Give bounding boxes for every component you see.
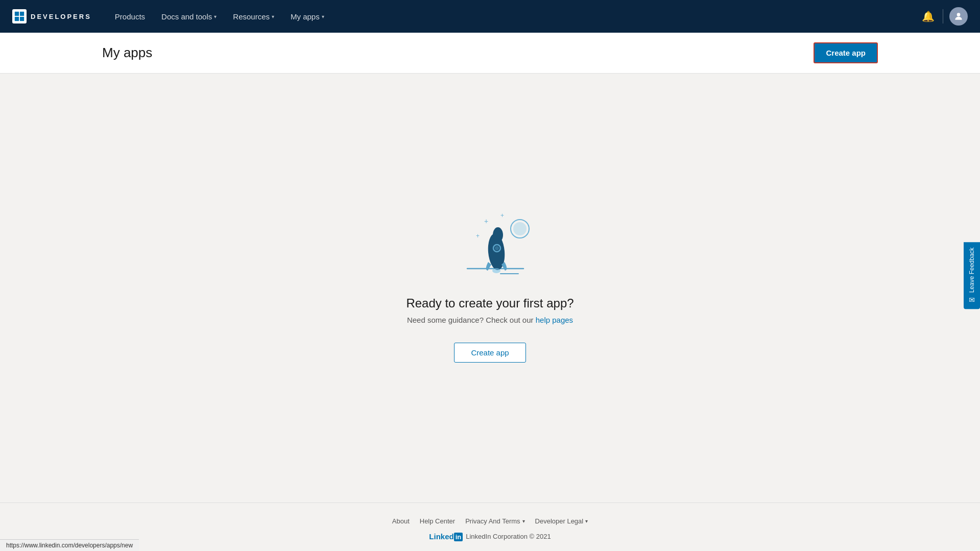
footer-brand: Linkedin LinkedIn Corporation © 2021 xyxy=(10,532,970,541)
nav-my-apps[interactable]: My apps ▾ xyxy=(283,8,331,25)
footer-copyright: LinkedIn Corporation © 2021 xyxy=(466,533,551,540)
svg-point-16 xyxy=(495,246,499,250)
status-bar: https://www.linkedin.com/developers/apps… xyxy=(0,539,139,551)
linkedin-footer-logo: Linkedin xyxy=(429,532,463,541)
footer-developer-legal-link[interactable]: Developer Legal ▾ xyxy=(535,517,588,525)
brand-logo[interactable]: DEVELOPERS xyxy=(12,9,91,23)
svg-text:+: + xyxy=(500,213,504,219)
footer-privacy-terms-link[interactable]: Privacy And Terms ▾ xyxy=(465,517,524,525)
footer-help-center-link[interactable]: Help Center xyxy=(420,517,455,525)
footer: About Help Center Privacy And Terms ▾ De… xyxy=(0,502,980,551)
linkedin-logo-icon xyxy=(12,9,27,23)
help-pages-link[interactable]: help pages xyxy=(536,316,573,324)
notification-bell-icon[interactable]: 🔔 xyxy=(920,8,937,25)
chevron-down-icon: ▾ xyxy=(214,14,217,19)
svg-rect-0 xyxy=(15,12,19,16)
footer-about-link[interactable]: About xyxy=(392,517,410,525)
nav-items: Products Docs and tools ▾ Resources ▾ My… xyxy=(108,8,920,25)
svg-point-14 xyxy=(493,227,503,243)
nav-resources[interactable]: Resources ▾ xyxy=(226,8,281,25)
svg-rect-1 xyxy=(20,12,24,16)
chevron-down-icon: ▾ xyxy=(522,518,525,524)
brand-text: DEVELOPERS xyxy=(31,13,91,20)
footer-links: About Help Center Privacy And Terms ▾ De… xyxy=(10,517,970,525)
svg-point-9 xyxy=(513,222,527,235)
svg-point-17 xyxy=(492,268,500,273)
center-content: Ready to create your first app? Need som… xyxy=(406,296,573,324)
chevron-down-icon: ▾ xyxy=(322,14,324,19)
feedback-tab[interactable]: ✉ Leave Feedback xyxy=(964,242,980,309)
main-content: + + + Ready to create your xyxy=(0,74,980,502)
navbar: DEVELOPERS Products Docs and tools ▾ Res… xyxy=(0,0,980,33)
create-app-center-button[interactable]: Create app xyxy=(454,343,525,363)
svg-text:+: + xyxy=(476,232,480,239)
nav-right: 🔔 xyxy=(920,7,968,26)
svg-rect-3 xyxy=(20,17,24,21)
guidance-text: Need some guidance? Check out our help p… xyxy=(406,316,573,324)
avatar[interactable] xyxy=(949,7,968,26)
rocket-illustration: + + + xyxy=(439,213,541,280)
page-title: My apps xyxy=(102,45,152,61)
chevron-down-icon: ▾ xyxy=(585,518,588,524)
nav-divider xyxy=(943,9,943,23)
ready-title: Ready to create your first app? xyxy=(406,296,573,310)
svg-point-4 xyxy=(957,13,961,16)
create-app-top-button[interactable]: Create app xyxy=(814,42,878,63)
nav-docs-and-tools[interactable]: Docs and tools ▾ xyxy=(154,8,224,25)
chevron-down-icon: ▾ xyxy=(272,14,274,19)
svg-rect-2 xyxy=(15,17,19,21)
svg-text:+: + xyxy=(484,217,488,225)
nav-products[interactable]: Products xyxy=(108,8,152,25)
page-header: My apps Create app xyxy=(0,33,980,74)
